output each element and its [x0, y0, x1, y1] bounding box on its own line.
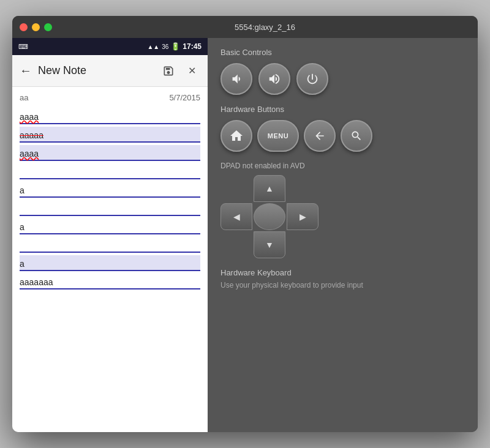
note-meta: aa 5/7/2015 [20, 93, 200, 102]
hardware-buttons-title: Hardware Buttons [221, 105, 466, 114]
app-title: New Note [38, 64, 154, 77]
window-content: ⌨ ▲▲ 36 🔋 17:45 ← New Note ✕ [12, 38, 478, 432]
basic-controls-row [221, 63, 466, 95]
search-hw-button[interactable] [341, 120, 372, 152]
keyboard-section: Hardware Keyboard Use your physical keyb… [221, 268, 466, 291]
note-line[interactable]: a [20, 218, 200, 234]
app-header: ← New Note ✕ [12, 55, 208, 87]
dpad-center-button[interactable] [254, 203, 285, 230]
dpad-up-button[interactable]: ▲ [254, 175, 285, 202]
dpad-empty-tl [221, 175, 252, 202]
status-time: 17:45 [183, 42, 202, 51]
dpad-container: ▲ ◀ ▶ ▼ [221, 175, 318, 258]
dpad-empty-br [287, 231, 318, 258]
note-meta-date: 5/7/2015 [169, 93, 200, 102]
power-button[interactable] [296, 63, 328, 95]
dpad-left-button[interactable]: ◀ [221, 203, 252, 230]
note-line[interactable]: aaaa [20, 108, 200, 124]
dpad-section: DPAD not enabled in AVD ▲ ◀ ▶ ▼ [221, 162, 466, 258]
back-hw-button[interactable] [304, 120, 336, 152]
close-button[interactable] [20, 23, 28, 31]
hardware-buttons-row: MENU [221, 120, 466, 152]
back-button[interactable]: ← [20, 64, 32, 78]
traffic-lights [20, 23, 52, 31]
close-note-button[interactable]: ✕ [183, 62, 200, 80]
note-line[interactable]: aaaaa [20, 127, 200, 143]
status-bar: ⌨ ▲▲ 36 🔋 17:45 [12, 38, 208, 55]
signal-icon: ▲▲ [147, 43, 159, 50]
menu-button[interactable]: MENU [257, 120, 299, 152]
title-bar: 5554:glaxy_2_16 [12, 16, 478, 38]
controls-panel: Basic Controls [208, 38, 478, 432]
note-line-empty[interactable] [20, 200, 200, 216]
note-line[interactable]: a [20, 255, 200, 271]
basic-controls-title: Basic Controls [221, 48, 466, 57]
minimize-button[interactable] [32, 23, 40, 31]
window-title: 5554:glaxy_2_16 [59, 23, 470, 32]
note-content[interactable]: aa 5/7/2015 aaaa aaaaa aaaa a a a aaaaaa… [12, 87, 208, 432]
volume-up-button[interactable] [258, 63, 290, 95]
note-line[interactable]: aaaaaaa [20, 274, 200, 289]
battery-icon: 🔋 [171, 42, 180, 51]
volume-down-button[interactable] [221, 63, 252, 95]
maximize-button[interactable] [44, 23, 52, 31]
signal-strength: 36 [162, 43, 168, 50]
note-line-empty[interactable] [20, 163, 200, 179]
note-line[interactable]: aaaa [20, 145, 200, 161]
keyboard-desc: Use your physical keyboard to provide in… [221, 280, 466, 291]
dpad-empty-bl [221, 231, 252, 258]
dpad-empty-tr [287, 175, 318, 202]
keyboard-title: Hardware Keyboard [221, 268, 466, 277]
note-line-empty[interactable] [20, 237, 200, 253]
status-bar-left: ⌨ [18, 43, 28, 51]
note-meta-label: aa [20, 93, 28, 102]
save-button[interactable] [160, 62, 177, 80]
home-button[interactable] [221, 120, 252, 152]
emulator-panel: ⌨ ▲▲ 36 🔋 17:45 ← New Note ✕ [12, 38, 208, 432]
status-bar-right: ▲▲ 36 🔋 17:45 [147, 42, 202, 51]
note-line[interactable]: a [20, 182, 200, 198]
keyboard-status-icon: ⌨ [18, 43, 28, 51]
main-window: 5554:glaxy_2_16 ⌨ ▲▲ 36 🔋 17:45 ← New No [12, 16, 478, 432]
dpad-right-button[interactable]: ▶ [287, 203, 318, 230]
dpad-down-button[interactable]: ▼ [254, 231, 285, 258]
dpad-title: DPAD not enabled in AVD [221, 162, 466, 170]
